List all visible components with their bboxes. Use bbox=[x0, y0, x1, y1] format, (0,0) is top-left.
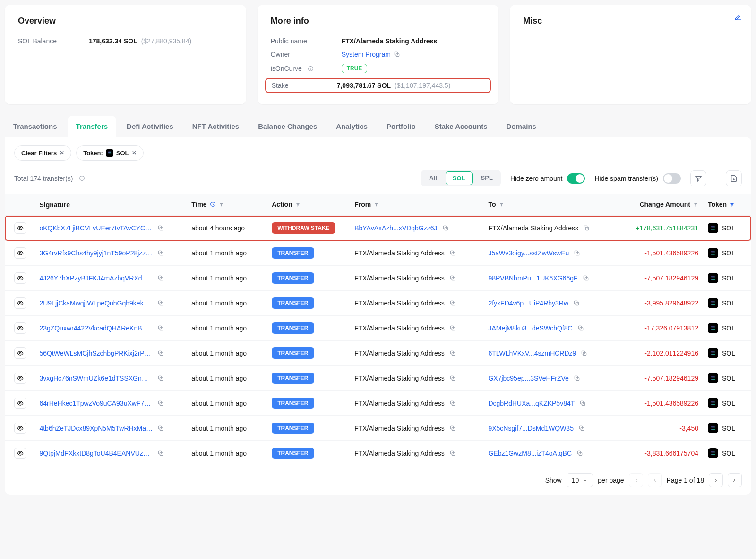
view-button[interactable] bbox=[14, 322, 26, 334]
clear-filters-chip[interactable]: Clear Filters✕ bbox=[14, 145, 71, 161]
copy-icon[interactable] bbox=[578, 425, 585, 432]
next-page-button[interactable] bbox=[709, 473, 723, 487]
copy-icon[interactable] bbox=[583, 275, 589, 281]
copy-icon[interactable] bbox=[157, 300, 164, 306]
signature-link[interactable]: oKQKbX7LjiBCVLvUEer7tvTAvCYCEUgqJ... bbox=[39, 224, 153, 232]
filter-icon[interactable] bbox=[499, 201, 504, 209]
tab-nft-activities[interactable]: NFT Activities bbox=[184, 116, 248, 137]
owner-link[interactable]: System Program bbox=[342, 51, 391, 58]
copy-icon[interactable] bbox=[449, 450, 456, 457]
prev-page-button[interactable] bbox=[648, 473, 662, 487]
copy-icon[interactable] bbox=[157, 400, 164, 407]
info-icon[interactable] bbox=[79, 175, 85, 181]
copy-icon[interactable] bbox=[157, 250, 164, 256]
copy-icon[interactable] bbox=[449, 425, 456, 432]
to-address-link[interactable]: GX7jbc95ep...3SVeHFrZVe bbox=[488, 374, 568, 382]
copy-icon[interactable] bbox=[574, 250, 580, 256]
token-filter-chip[interactable]: Token: SOL✕ bbox=[76, 145, 143, 161]
copy-icon[interactable] bbox=[574, 375, 580, 381]
hide-spam-toggle[interactable] bbox=[663, 173, 681, 184]
filter-icon[interactable] bbox=[295, 201, 301, 209]
signature-link[interactable]: 2U9LjjCkaMwqjtWLpeQuhGqh9kekqWa1... bbox=[39, 299, 153, 307]
copy-icon[interactable] bbox=[579, 400, 586, 407]
tab-defi-activities[interactable]: Defi Activities bbox=[118, 116, 182, 137]
header-time[interactable]: Time bbox=[187, 194, 267, 216]
tab-analytics[interactable]: Analytics bbox=[327, 116, 376, 137]
copy-icon[interactable] bbox=[449, 300, 456, 306]
edit-icon[interactable] bbox=[734, 13, 742, 21]
to-address-link[interactable]: J5aWv3oigy...sstZwWswEu bbox=[488, 249, 569, 257]
tab-balance-changes[interactable]: Balance Changes bbox=[249, 116, 326, 137]
copy-icon[interactable] bbox=[157, 350, 164, 356]
copy-icon[interactable] bbox=[581, 350, 587, 356]
copy-icon[interactable] bbox=[157, 425, 164, 432]
tab-stake-accounts[interactable]: Stake Accounts bbox=[426, 116, 496, 137]
signature-link[interactable]: 3vxgHc76nSWmUZk6e1dTSSXGnM7jkao... bbox=[39, 374, 153, 382]
signature-link[interactable]: 4J26Y7hXPzyBJFKJ4mAzbqVRXdMFXY... bbox=[39, 274, 153, 282]
copy-icon[interactable] bbox=[449, 250, 456, 256]
copy-icon[interactable] bbox=[573, 300, 580, 306]
header-signature[interactable]: Signature bbox=[34, 194, 187, 216]
from-address-link[interactable]: BbYAvAxAzh...xVDqbGzz6J bbox=[354, 224, 437, 232]
copy-icon[interactable] bbox=[449, 375, 456, 381]
signature-link[interactable]: 4tb6hZeTJDcx89XpN5M5TwRHxMa9jAik... bbox=[39, 424, 153, 432]
copy-icon[interactable] bbox=[576, 450, 583, 457]
tab-transactions[interactable]: Transactions bbox=[5, 116, 66, 137]
info-icon[interactable] bbox=[308, 66, 314, 72]
copy-icon[interactable] bbox=[577, 325, 584, 331]
header-to[interactable]: To bbox=[483, 194, 612, 216]
copy-icon[interactable] bbox=[157, 325, 164, 331]
view-button[interactable] bbox=[14, 398, 26, 409]
filter-icon[interactable] bbox=[693, 201, 698, 209]
copy-icon[interactable] bbox=[442, 225, 449, 231]
last-page-button[interactable] bbox=[728, 473, 742, 487]
header-amount[interactable]: Change Amount bbox=[612, 194, 703, 216]
segment-spl[interactable]: SPL bbox=[474, 171, 499, 185]
per-page-select[interactable]: 10 bbox=[567, 473, 593, 487]
hide-zero-toggle[interactable] bbox=[567, 173, 585, 184]
filter-icon[interactable] bbox=[730, 201, 735, 209]
to-address-link[interactable]: JAMejM8ku3...deSWchQf8C bbox=[488, 324, 572, 332]
view-button[interactable] bbox=[14, 247, 26, 259]
view-button[interactable] bbox=[14, 347, 26, 359]
header-from[interactable]: From bbox=[350, 194, 483, 216]
copy-icon[interactable] bbox=[157, 450, 164, 457]
to-address-link[interactable]: 9X5cNsgif7...DsMd1WQW35 bbox=[488, 424, 574, 432]
signature-link[interactable]: 9QtpjMdFXkxtD8gToU4B4EANVUzTkNqv... bbox=[39, 449, 153, 457]
to-address-link[interactable]: 98PVBNhmPu...1UK6XG66gF bbox=[488, 274, 577, 282]
view-button[interactable] bbox=[14, 373, 26, 384]
signature-link[interactable]: 3G4rvRfx9Chs4hy9jyj1nT59oP28jzzxwuk... bbox=[39, 249, 153, 257]
signature-link[interactable]: 64rHeHkec1TpwzVo9uCA93uXwF7pByT... bbox=[39, 399, 153, 407]
copy-icon[interactable] bbox=[449, 350, 456, 356]
signature-link[interactable]: 56QtWeWLsMCjhSzchbgPRKixj2rPbJywL... bbox=[39, 349, 153, 357]
view-button[interactable] bbox=[14, 272, 26, 284]
tab-transfers[interactable]: Transfers bbox=[68, 116, 117, 137]
copy-icon[interactable] bbox=[394, 51, 400, 58]
segment-sol[interactable]: SOL bbox=[446, 171, 472, 185]
first-page-button[interactable] bbox=[629, 473, 643, 487]
segment-all[interactable]: All bbox=[422, 171, 444, 185]
view-button[interactable] bbox=[14, 222, 26, 234]
header-token[interactable]: Token bbox=[703, 194, 751, 216]
signature-link[interactable]: 23gZQuxwr4422VkcadQHAReKnBB291b... bbox=[39, 324, 153, 332]
header-action[interactable]: Action bbox=[267, 194, 350, 216]
copy-icon[interactable] bbox=[157, 275, 164, 281]
copy-icon[interactable] bbox=[449, 400, 456, 407]
filter-button[interactable] bbox=[690, 170, 706, 186]
copy-icon[interactable] bbox=[449, 275, 456, 281]
filter-icon[interactable] bbox=[374, 201, 379, 209]
copy-icon[interactable] bbox=[157, 375, 164, 381]
tab-domains[interactable]: Domains bbox=[498, 116, 545, 137]
to-address-link[interactable]: 6TLWLhVKxV...4szmHCRDz9 bbox=[488, 349, 576, 357]
tab-portfolio[interactable]: Portfolio bbox=[378, 116, 424, 137]
view-button[interactable] bbox=[14, 448, 26, 459]
copy-icon[interactable] bbox=[157, 225, 164, 231]
view-button[interactable] bbox=[14, 297, 26, 309]
to-address-link[interactable]: DcgbRdHUXa...qKZKP5v84T bbox=[488, 399, 575, 407]
copy-icon[interactable] bbox=[449, 325, 456, 331]
to-address-link[interactable]: GEbz1GwzM8...izT4oAtqBC bbox=[488, 449, 572, 457]
download-button[interactable] bbox=[726, 170, 742, 186]
filter-icon[interactable] bbox=[219, 201, 224, 209]
to-address-link[interactable]: 2fyxFD4v6p...UiP4Rhy3Rw bbox=[488, 299, 568, 307]
view-button[interactable] bbox=[14, 423, 26, 434]
